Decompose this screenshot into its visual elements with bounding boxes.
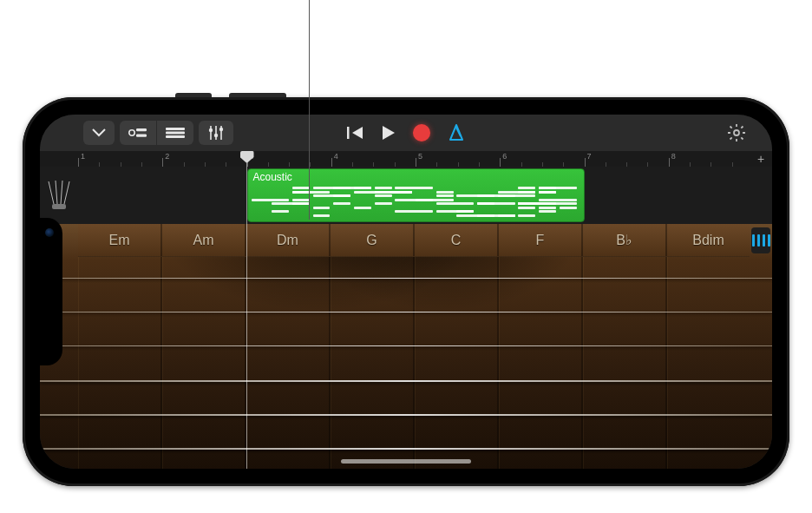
svg-line-21 bbox=[741, 127, 743, 128]
svg-line-24 bbox=[49, 181, 54, 204]
guitar-string[interactable] bbox=[40, 312, 772, 312]
sound-browser-button[interactable] bbox=[120, 121, 156, 145]
fret-column[interactable] bbox=[497, 257, 581, 469]
track-controls-button[interactable] bbox=[199, 121, 233, 145]
svg-rect-2 bbox=[136, 135, 147, 137]
svg-point-11 bbox=[219, 128, 223, 131]
mixer-icon bbox=[207, 125, 225, 141]
record-button[interactable] bbox=[413, 124, 430, 141]
view-switcher[interactable] bbox=[120, 121, 193, 145]
svg-line-26 bbox=[61, 181, 62, 204]
fret-column[interactable] bbox=[665, 257, 750, 469]
svg-rect-3 bbox=[166, 128, 185, 130]
control-bar bbox=[40, 115, 772, 151]
midi-region[interactable]: Acoustic bbox=[247, 168, 585, 222]
ruler-bar bbox=[669, 151, 670, 167]
rewind-button[interactable] bbox=[347, 126, 364, 140]
chord-cell[interactable]: Dm bbox=[245, 224, 329, 256]
svg-line-20 bbox=[741, 137, 743, 139]
fret-column[interactable] bbox=[329, 257, 413, 469]
svg-point-0 bbox=[129, 130, 134, 135]
chord-cell[interactable]: Am bbox=[160, 224, 245, 256]
chord-cell[interactable]: G bbox=[329, 224, 413, 256]
browser-icon bbox=[128, 127, 147, 139]
settings-button[interactable] bbox=[727, 123, 746, 142]
svg-rect-23 bbox=[52, 204, 66, 209]
metronome-button[interactable] bbox=[448, 124, 465, 141]
region-label: Acoustic bbox=[253, 171, 292, 183]
svg-rect-4 bbox=[166, 132, 185, 135]
region-midi-notes bbox=[252, 187, 580, 218]
ruler-bar bbox=[500, 151, 501, 167]
strings-area[interactable] bbox=[40, 257, 772, 469]
track-lane[interactable]: Acoustic bbox=[40, 167, 772, 224]
svg-point-10 bbox=[214, 134, 218, 137]
ruler-bar bbox=[247, 151, 248, 167]
chord-cell[interactable]: Em bbox=[78, 224, 160, 256]
svg-line-22 bbox=[730, 137, 732, 139]
guitar-string[interactable] bbox=[40, 345, 772, 346]
fret-column[interactable] bbox=[245, 257, 329, 469]
home-indicator[interactable] bbox=[341, 459, 471, 464]
timeline-ruler[interactable]: + bbox=[40, 151, 772, 167]
chord-view-toggle[interactable] bbox=[751, 227, 770, 253]
fret-column[interactable] bbox=[78, 257, 160, 469]
svg-line-19 bbox=[730, 127, 732, 128]
ruler-bar bbox=[162, 151, 163, 167]
fret-column[interactable] bbox=[160, 257, 245, 469]
tracks-view-button[interactable] bbox=[156, 121, 193, 145]
play-button[interactable] bbox=[382, 125, 396, 141]
iphone-device-frame: + Acoustic bbox=[23, 97, 789, 486]
add-section-button[interactable]: + bbox=[753, 151, 769, 167]
chord-cell[interactable]: Bdim bbox=[665, 224, 750, 256]
guitar-string[interactable] bbox=[40, 278, 772, 279]
chord-strip-row: EmAmDmGCFB♭Bdim bbox=[78, 224, 750, 257]
guitar-string[interactable] bbox=[40, 414, 772, 416]
ruler-bar bbox=[331, 151, 332, 167]
front-camera bbox=[45, 228, 54, 237]
nav-menu-button[interactable] bbox=[83, 121, 115, 145]
chord-cell[interactable]: C bbox=[413, 224, 497, 256]
ruler-bar bbox=[585, 151, 586, 167]
svg-line-27 bbox=[64, 181, 69, 204]
guitar-string[interactable] bbox=[40, 448, 772, 450]
fret-column[interactable] bbox=[413, 257, 497, 469]
svg-line-25 bbox=[56, 181, 57, 204]
svg-rect-1 bbox=[136, 128, 147, 131]
touch-instrument-area: EmAmDmGCFB♭Bdim bbox=[40, 224, 772, 469]
fret-column[interactable] bbox=[581, 257, 665, 469]
svg-rect-12 bbox=[347, 127, 350, 139]
chevron-down-icon bbox=[92, 128, 106, 137]
guitar-instrument-icon[interactable] bbox=[42, 178, 76, 213]
chord-cell[interactable]: F bbox=[497, 224, 581, 256]
device-notch bbox=[40, 218, 62, 365]
ruler-bar bbox=[78, 151, 79, 167]
svg-rect-5 bbox=[166, 135, 185, 138]
chord-cell[interactable]: B♭ bbox=[581, 224, 665, 256]
callout-line bbox=[309, 0, 310, 220]
tracks-icon bbox=[166, 127, 185, 139]
app-screen: + Acoustic bbox=[40, 115, 772, 469]
figure-root: + Acoustic bbox=[0, 0, 812, 513]
svg-point-14 bbox=[734, 130, 739, 135]
svg-point-9 bbox=[209, 128, 213, 132]
ruler-bar bbox=[416, 151, 416, 167]
guitar-string[interactable] bbox=[40, 380, 772, 382]
